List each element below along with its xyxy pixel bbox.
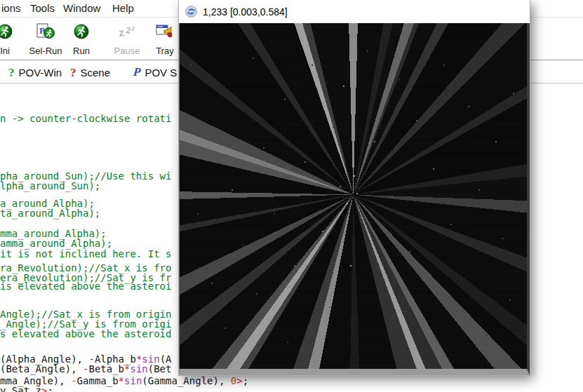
star-speck [190,65,192,66]
code-line: is elevated above the asteroi [0,281,171,291]
star-speck [253,58,254,59]
tab-label: POV S [145,67,177,79]
star-speck [485,334,487,336]
star-speck [350,265,351,266]
star-speck [495,141,497,142]
code-line: it is not inclined here. It s [0,249,171,259]
toolbar-button-label: Run [67,46,95,56]
star-speck [381,293,382,295]
toolbar-button-label: Ini [0,46,21,56]
code-line: Angle);//Sat_x is from origin [0,309,171,319]
star-speck [304,161,306,163]
render-window-titlebar[interactable]: 1,233 [0.003,0.584] ✕ [179,0,530,23]
star-speck [367,50,368,52]
star-speck [443,65,445,66]
star-speck [211,283,213,284]
star-speck [391,196,393,198]
tray-sound-icon [147,23,182,44]
menu-item-help[interactable]: Help [112,2,134,14]
svg-text:z: z [131,25,136,32]
star-speck [232,189,233,191]
star-speck [354,175,355,177]
star-speck [416,120,417,121]
run-sphere-icon [67,23,95,44]
run-sphere-icon [0,23,21,44]
code-line: amma_around_Alpha); [0,238,112,248]
star-speck [263,147,264,149]
code-line: (Beta_Angle), -Beta_b*sin(Bet [0,364,171,374]
star-speck [520,203,521,204]
pause-button[interactable]: z2zPause [108,23,146,58]
render-output-image [179,23,530,375]
star-speck [509,299,511,301]
tab-label: POV-Win [19,67,62,79]
star-speck [322,231,323,232]
selrun-button[interactable]: PSel-Run [25,23,66,58]
code-line: ra_Revolution);//Sat_x is fro [0,263,171,273]
star-speck [197,213,199,215]
render-window-title: 1,233 [0.003,0.584] [203,6,288,18]
select-run-icon: P [25,23,66,44]
svg-text:z: z [118,26,125,39]
star-speck [242,245,243,246]
tray-button[interactable]: Tray [147,23,182,58]
star-speck [284,99,286,100]
star-speck [398,79,400,80]
toolbar-button-label: Tray [147,46,182,56]
code-line: n -> counter-clockwise rotati [0,114,171,123]
star-speck [513,93,514,94]
star-speck [294,265,295,266]
pov-script-icon: P [133,65,141,79]
code-line: _Angle);//Sat_y is from origi [0,319,171,329]
sleep-zzz-icon: z2z [108,23,146,44]
run-button[interactable]: Run [67,23,95,58]
tab-label: Scene [81,67,111,79]
star-speck [468,106,469,107]
code-line: (Alpha_Angle), -Alpha_b*sin(A [0,354,171,364]
star-speck [433,168,434,170]
tab-scene[interactable]: ?Scene [70,65,110,80]
svg-text:2: 2 [126,25,131,36]
star-speck [409,251,410,252]
star-speck [311,65,313,66]
code-line: ta_around_Alpha); [0,208,100,218]
code-line: mma_around_Alpha); [0,229,107,238]
star-speck [426,320,427,322]
star-speck [502,238,504,239]
render-window: 1,233 [0.003,0.584] ✕ [179,0,530,375]
tab-pov-s[interactable]: PPOV S [133,65,177,80]
star-speck [287,342,288,343]
star-speck [374,141,375,142]
star-speck [256,293,257,295]
star-speck [225,327,226,329]
code-line: pha_around_Sun);//Use this wi [0,171,171,181]
render-window-icon [185,6,197,18]
code-line: mma_Angle), -Gamma_b*sin(Gamma_Angle), 0… [0,376,248,386]
menu-item-tools[interactable]: Tools [30,2,55,14]
star-speck [478,189,480,191]
star-speck [343,86,344,87]
star-speck [340,186,341,187]
tab-pov-win[interactable]: ?POV-Win [8,65,62,80]
star-speck [461,279,462,281]
star-speck [221,93,222,94]
star-speck [360,217,361,218]
ini-button[interactable]: Ini [0,23,21,58]
menu-item-window[interactable]: Window [63,2,100,14]
star-speck [363,206,365,208]
help-question-green-icon: ? [8,67,15,79]
star-speck [329,306,330,308]
toolbar-button-label: Pause [108,46,146,56]
help-question-red-icon: ? [70,67,76,79]
code-line: s elevated above the asteroid [0,329,171,339]
star-speck [347,203,348,204]
star-speck [204,127,206,128]
star-speck [333,127,334,128]
menu-item-ions[interactable]: ions [1,2,21,14]
code-line: lpha_around_Sun); [0,181,100,191]
code-line: a_around_Alpha); [0,198,95,208]
star-speck [450,224,452,225]
toolbar-button-label: Sel-Run [25,46,66,56]
star-speck [356,193,358,194]
star-speck [274,213,275,215]
